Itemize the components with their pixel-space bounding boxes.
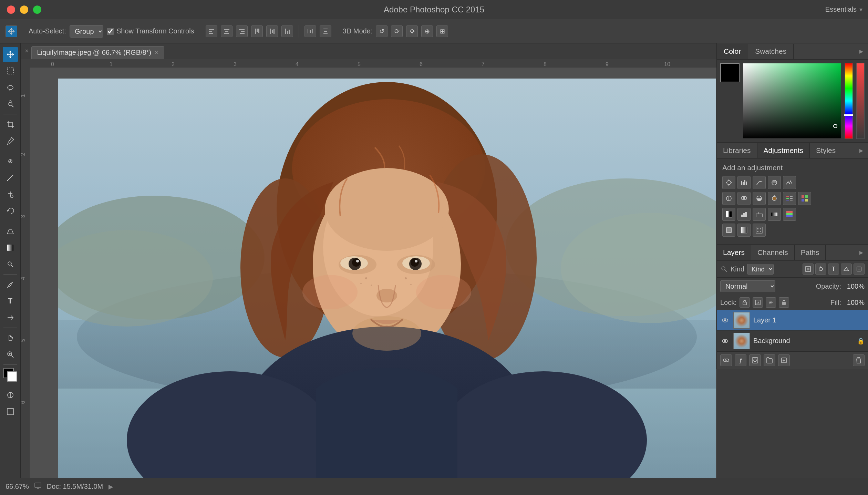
background-color[interactable] (7, 371, 17, 382)
text-tool[interactable]: T (3, 293, 18, 309)
tab-close-icon[interactable]: × (25, 48, 29, 55)
adj-panel-expand[interactable]: ▸ (855, 143, 868, 158)
dodge-tool[interactable] (3, 257, 18, 272)
align-bottom-btn[interactable] (281, 25, 293, 37)
threshold-btn[interactable] (753, 208, 766, 221)
align-center-btn[interactable] (221, 25, 232, 37)
styles-tab[interactable]: Styles (810, 143, 842, 158)
filter-smartobject-btn[interactable] (854, 264, 865, 275)
3d-pan-btn[interactable]: ✥ (406, 25, 418, 37)
new-layer-btn[interactable] (778, 354, 790, 366)
add-style-btn[interactable]: ƒ (735, 354, 746, 366)
show-transform-checkbox[interactable] (107, 28, 114, 35)
channel-mixer-btn[interactable] (783, 192, 796, 205)
filter-type-btn[interactable]: T (828, 264, 839, 275)
exposure-btn[interactable] (768, 176, 781, 189)
channels-tab[interactable]: Channels (751, 245, 795, 260)
brightness-contrast-btn[interactable] (722, 176, 735, 189)
quick-mask-tool[interactable] (3, 388, 18, 403)
pattern-fill-btn[interactable] (753, 224, 766, 237)
libraries-tab[interactable]: Libraries (717, 143, 757, 158)
screen-mode-btn[interactable] (3, 404, 18, 419)
hue-saturation-btn[interactable] (722, 192, 735, 205)
3d-scale-btn[interactable]: ⊞ (436, 25, 448, 37)
layer-item[interactable]: Background 🔒 (717, 331, 868, 351)
blend-mode-dropdown[interactable]: Normal Dissolve Multiply Screen Overlay (720, 280, 775, 292)
black-white-btn[interactable] (753, 192, 766, 205)
layer-item[interactable]: Layer 1 (717, 310, 868, 331)
gradient-map-btn[interactable] (768, 208, 781, 221)
vibrance-btn[interactable] (783, 176, 796, 189)
foreground-swatch[interactable] (720, 63, 740, 82)
filter-pixel-btn[interactable] (803, 264, 814, 275)
photo-filter-btn[interactable] (768, 192, 781, 205)
3d-slide-btn[interactable]: ⊕ (421, 25, 433, 37)
selective-color-btn[interactable] (783, 208, 796, 221)
hand-tool[interactable] (3, 330, 18, 346)
path-selection-tool[interactable] (3, 310, 18, 325)
pen-tool[interactable] (3, 277, 18, 292)
curves-btn[interactable] (753, 176, 766, 189)
distribute-h-btn[interactable] (304, 25, 316, 37)
layers-panel-expand[interactable]: ▸ (855, 245, 868, 260)
auto-select-dropdown[interactable]: Group Layer (70, 25, 103, 38)
lasso-tool[interactable] (3, 80, 18, 95)
layer-visibility-toggle[interactable] (720, 316, 730, 325)
filter-adjustment-btn[interactable] (815, 264, 826, 275)
clone-stamp-tool[interactable] (3, 187, 18, 202)
lock-transparent-btn[interactable] (740, 297, 750, 308)
paths-tab[interactable]: Paths (795, 245, 826, 260)
posterize-btn[interactable] (737, 208, 751, 221)
align-vcenter-btn[interactable] (266, 25, 278, 37)
invert-btn[interactable] (722, 208, 735, 221)
status-arrow-btn[interactable]: ▶ (108, 483, 113, 491)
layer-visibility-toggle[interactable] (720, 336, 730, 346)
canvas-image[interactable] (58, 79, 716, 478)
delete-layer-btn[interactable] (853, 354, 865, 366)
lock-position-btn[interactable] (766, 297, 776, 308)
maximize-button[interactable] (33, 6, 41, 14)
kind-dropdown[interactable]: Kind (747, 264, 774, 275)
brush-tool[interactable] (3, 170, 18, 185)
distribute-v-btn[interactable] (320, 25, 331, 37)
history-brush-tool[interactable] (3, 203, 18, 218)
opacity-value[interactable]: 100% (844, 282, 865, 290)
close-button[interactable] (7, 6, 15, 14)
filter-shape-btn[interactable] (841, 264, 852, 275)
align-top-btn[interactable] (251, 25, 263, 37)
healing-brush-tool[interactable] (3, 154, 18, 169)
canvas-scroll-area[interactable] (30, 68, 716, 478)
color-panel-expand[interactable]: ▸ (855, 43, 868, 59)
crop-tool[interactable] (3, 117, 18, 132)
eraser-tool[interactable] (3, 224, 18, 239)
eyedropper-tool[interactable] (3, 133, 18, 148)
move-tool-icon[interactable] (6, 25, 17, 37)
gradient-fill-btn[interactable] (737, 224, 751, 237)
minimize-button[interactable] (20, 6, 28, 14)
color-gradient-picker[interactable] (743, 63, 841, 139)
adjustments-tab[interactable]: Adjustments (757, 143, 810, 158)
levels-btn[interactable] (737, 176, 751, 189)
lock-image-btn[interactable] (753, 297, 763, 308)
add-mask-btn[interactable] (749, 354, 761, 366)
hue-slider[interactable] (845, 63, 853, 139)
color-picker[interactable] (3, 367, 18, 382)
lock-all-btn[interactable] (779, 297, 789, 308)
layers-tab[interactable]: Layers (717, 245, 751, 260)
gradient-tool[interactable] (3, 240, 18, 255)
essentials-arrow[interactable]: ▾ (859, 6, 862, 13)
color-balance-btn[interactable] (737, 192, 751, 205)
quick-select-tool[interactable] (3, 96, 18, 112)
tab-close-btn[interactable]: × (155, 49, 158, 56)
solid-color-btn[interactable] (722, 224, 735, 237)
move-tool[interactable] (3, 47, 18, 62)
align-left-btn[interactable] (206, 25, 217, 37)
fill-value[interactable]: 100% (844, 299, 865, 307)
alpha-slider[interactable] (856, 63, 865, 139)
color-lookup-btn[interactable] (798, 192, 811, 205)
status-screen-icon[interactable] (34, 482, 41, 491)
align-right-btn[interactable] (236, 25, 248, 37)
color-tab[interactable]: Color (717, 44, 748, 59)
new-group-btn[interactable] (764, 354, 775, 366)
swatches-tab[interactable]: Swatches (748, 44, 794, 59)
